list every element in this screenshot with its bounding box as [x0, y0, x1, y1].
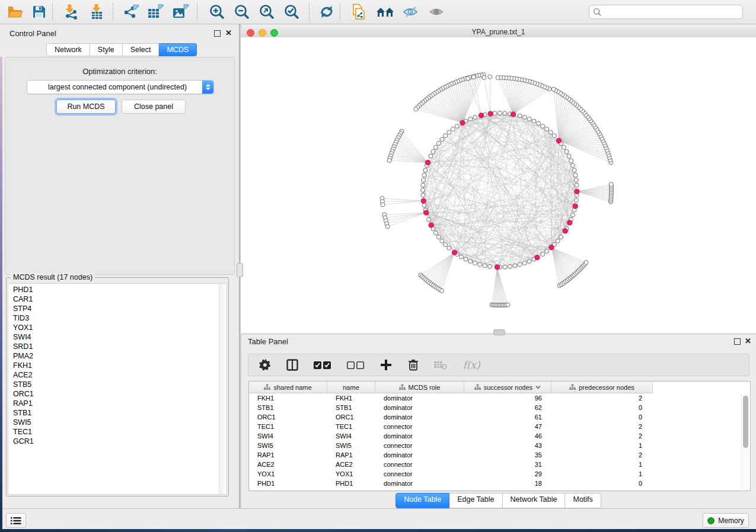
table-row[interactable]: SWI5SWI5connector431 — [249, 441, 750, 450]
vertical-splitter-grip[interactable] — [237, 263, 243, 277]
function-builder-icon[interactable]: f(x) — [461, 358, 482, 372]
ring-node[interactable] — [473, 115, 477, 119]
ring-node[interactable] — [429, 154, 433, 158]
ring-node[interactable] — [440, 137, 444, 142]
table-row[interactable]: SWI4SWI4dominator462 — [249, 431, 750, 441]
ring-node[interactable] — [503, 111, 507, 116]
ring-node[interactable] — [571, 213, 575, 217]
column-header-MCDS-role[interactable]: MCDS role — [375, 382, 464, 393]
show-columns-icon[interactable] — [285, 358, 299, 372]
ring-node[interactable] — [444, 134, 448, 138]
ring-node[interactable] — [447, 246, 451, 250]
column-header-name[interactable]: name — [327, 382, 375, 393]
dominator-node[interactable] — [460, 120, 465, 125]
dominator-node[interactable] — [488, 111, 493, 116]
leaf-node[interactable] — [471, 75, 476, 79]
ring-node[interactable] — [552, 134, 556, 138]
leaf-node[interactable] — [440, 289, 444, 293]
ring-node[interactable] — [572, 168, 576, 172]
delete-column-icon[interactable] — [406, 358, 420, 372]
list-item[interactable]: SWI4 — [8, 332, 227, 342]
import-table-button[interactable] — [85, 2, 109, 22]
ring-node[interactable] — [421, 188, 425, 193]
leaf-node[interactable] — [482, 75, 486, 79]
add-column-icon[interactable] — [379, 358, 393, 372]
tab-mcds[interactable]: MCDS — [159, 43, 197, 56]
list-item[interactable]: RAP1 — [8, 399, 227, 408]
optimization-criterion-select[interactable]: largest connected component (undirected) — [27, 80, 214, 94]
zoom-out-button[interactable] — [230, 2, 254, 22]
list-item[interactable]: ACE2 — [8, 370, 227, 380]
ring-node[interactable] — [564, 150, 569, 154]
zoom-selected-button[interactable] — [280, 2, 304, 22]
dominator-node[interactable] — [452, 250, 457, 255]
table-row[interactable]: YOX1YOX1connector291 — [249, 469, 750, 479]
network-window-titlebar[interactable]: YPA_prune.txt_1 — [241, 27, 756, 38]
ring-node[interactable] — [422, 173, 426, 177]
run-mcds-button[interactable]: Run MCDS — [56, 100, 116, 114]
tab-style[interactable]: Style — [90, 43, 123, 56]
ring-node[interactable] — [573, 173, 578, 177]
duplicate-network-button[interactable] — [347, 2, 371, 22]
list-item[interactable]: STB1 — [8, 408, 227, 418]
dominator-node[interactable] — [495, 265, 499, 270]
list-item[interactable]: CAR1 — [8, 294, 227, 304]
dominator-node[interactable] — [511, 112, 516, 117]
leaf-node[interactable] — [506, 303, 510, 307]
list-item[interactable]: GCR1 — [8, 437, 227, 446]
memory-button[interactable]: Memory — [703, 513, 749, 528]
float-panel-icon[interactable] — [214, 30, 221, 37]
ring-node[interactable] — [569, 159, 573, 163]
gear-icon[interactable] — [258, 358, 272, 372]
table-row[interactable]: FKH1FKH1dominator962 — [249, 393, 750, 403]
dominator-node[interactable] — [563, 229, 567, 233]
ring-node[interactable] — [421, 183, 425, 187]
ring-node[interactable] — [541, 252, 545, 257]
ring-node[interactable] — [451, 127, 455, 131]
save-session-button[interactable] — [27, 2, 51, 22]
list-item[interactable]: FKH1 — [8, 361, 227, 370]
deselect-all-icon[interactable] — [346, 358, 366, 372]
ring-node[interactable] — [527, 259, 531, 264]
ring-node[interactable] — [574, 198, 578, 203]
first-neighbors-button[interactable] — [374, 2, 397, 22]
search-input[interactable] — [602, 7, 742, 17]
list-item[interactable]: PHD1 — [8, 285, 227, 294]
ring-node[interactable] — [431, 150, 435, 154]
list-item[interactable]: PMA2 — [8, 351, 227, 361]
refresh-button[interactable] — [315, 2, 339, 22]
dominator-node[interactable] — [549, 245, 554, 250]
ring-node[interactable] — [473, 261, 477, 265]
table-row[interactable]: PHD1PHD1dominator180 — [249, 479, 750, 488]
dominator-node[interactable] — [421, 198, 426, 203]
column-header-shared-name[interactable]: shared name — [249, 382, 327, 393]
search-field[interactable] — [589, 5, 743, 19]
ring-node[interactable] — [423, 168, 428, 172]
open-file-button[interactable] — [4, 2, 27, 22]
ring-node[interactable] — [548, 130, 553, 134]
leaf-node[interactable] — [387, 159, 391, 163]
list-item[interactable]: SRD1 — [8, 342, 227, 351]
ring-node[interactable] — [559, 235, 563, 239]
ring-node[interactable] — [545, 249, 549, 254]
select-all-icon[interactable] — [312, 358, 333, 372]
leaf-node[interactable] — [381, 203, 385, 207]
scrollbar-thumb[interactable] — [743, 396, 748, 448]
ring-node[interactable] — [436, 141, 441, 145]
ring-node[interactable] — [421, 193, 425, 197]
ring-node[interactable] — [426, 217, 430, 222]
close-panel-button[interactable]: Close panel — [122, 100, 186, 114]
ring-node[interactable] — [436, 235, 441, 239]
ring-node[interactable] — [447, 130, 451, 134]
network-graph[interactable] — [241, 37, 756, 333]
export-image-button[interactable] — [168, 2, 192, 22]
tab-network[interactable]: Network — [46, 43, 90, 56]
leaf-node[interactable] — [414, 107, 418, 111]
zoom-fit-button[interactable] — [255, 2, 279, 22]
ring-node[interactable] — [433, 145, 438, 149]
leaf-node[interactable] — [609, 182, 613, 187]
ring-node[interactable] — [422, 203, 426, 207]
ring-node[interactable] — [478, 262, 482, 267]
tab-select[interactable]: Select — [123, 43, 160, 56]
ring-node[interactable] — [468, 259, 473, 264]
